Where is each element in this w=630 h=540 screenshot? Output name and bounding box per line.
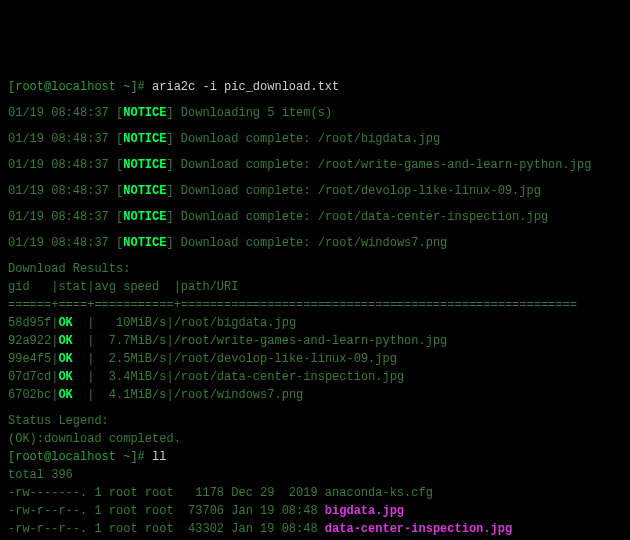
log-line: 01/19 08:48:37 [NOTICE] Downloading 5 it… [8,104,622,122]
notice-label: NOTICE [123,106,166,120]
file-name: data-center-inspection.jpg [325,522,512,536]
status-ok: OK [58,334,72,348]
status-ok: OK [58,388,72,402]
status-legend-body: (OK):download completed. [8,430,622,448]
notice-label: NOTICE [123,210,166,224]
ls-row: -rw-r--r--. 1 root root 43302 Jan 19 08:… [8,520,622,538]
log-line: 01/19 08:48:37 [NOTICE] Download complet… [8,234,622,252]
status-legend-header: Status Legend: [8,412,622,430]
file-name: bigdata.jpg [325,504,404,518]
ls-row: -rw-r--r--. 1 root root 73706 Jan 19 08:… [8,502,622,520]
result-row: 92a922|OK | 7.7MiB/s|/root/write-games-a… [8,332,622,350]
notice-label: NOTICE [123,158,166,172]
command-text: aria2c -i pic_download.txt [152,80,339,94]
results-header: Download Results: [8,260,622,278]
result-row: 6702bc|OK | 4.1MiB/s|/root/windows7.png [8,386,622,404]
results-separator: ======+====+===========+================… [8,296,622,314]
shell-prompt: [root@localhost ~]# [8,80,145,94]
status-ok: OK [58,316,72,330]
notice-label: NOTICE [123,184,166,198]
result-row: 58d95f|OK | 10MiB/s|/root/bigdata.jpg [8,314,622,332]
notice-label: NOTICE [123,132,166,146]
log-line: 01/19 08:48:37 [NOTICE] Download complet… [8,182,622,200]
command-text: ll [152,450,166,464]
log-line: 01/19 08:48:37 [NOTICE] Download complet… [8,130,622,148]
log-line: 01/19 08:48:37 [NOTICE] Download complet… [8,156,622,174]
log-line: 01/19 08:48:37 [NOTICE] Download complet… [8,208,622,226]
terminal-output: [root@localhost ~]# aria2c -i pic_downlo… [8,78,622,540]
ls-total: total 396 [8,466,622,484]
notice-label: NOTICE [123,236,166,250]
status-ok: OK [58,352,72,366]
file-name: anaconda-ks.cfg [325,486,433,500]
shell-prompt: [root@localhost ~]# [8,450,145,464]
status-ok: OK [58,370,72,384]
results-columns: gid |stat|avg speed |path/URI [8,278,622,296]
result-row: 99e4f5|OK | 2.5MiB/s|/root/devolop-like-… [8,350,622,368]
ls-row: -rw-------. 1 root root 1178 Dec 29 2019… [8,484,622,502]
result-row: 07d7cd|OK | 3.4MiB/s|/root/data-center-i… [8,368,622,386]
